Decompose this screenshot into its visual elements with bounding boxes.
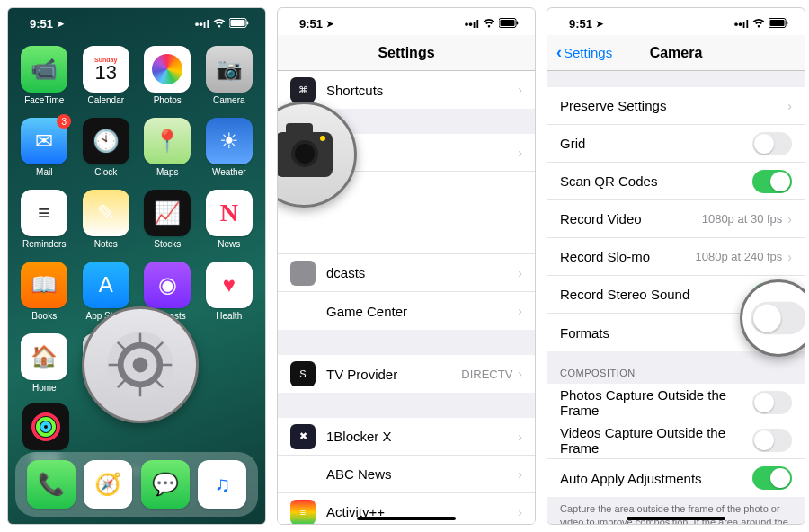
app-label: News [218,239,240,249]
row-label: TV Provider [326,367,461,382]
camera-row[interactable]: Preserve Settings› [547,87,805,125]
app-camera[interactable]: 📷Camera [202,46,257,105]
app-reminders[interactable]: ≡Reminders [17,190,72,249]
camera-row[interactable]: Auto Apply Adjustments [547,459,805,497]
app-label: Weather [212,167,246,177]
row-label: Game Center [326,304,518,319]
toggle-switch[interactable] [752,429,792,452]
news-icon: N [206,190,253,236]
status-bar: 9:51 ➤ ••ıl [278,8,535,35]
badge: 3 [57,114,71,129]
row-icon: abc [290,462,316,487]
app-facetime[interactable]: 📹FaceTime [17,46,72,105]
row-label: 1Blocker X [326,429,518,444]
location-icon: ➤ [57,19,64,29]
settings-row[interactable]: ◐Game Center› [278,292,535,330]
dock-phone[interactable]: 📞 [27,460,76,509]
app-books[interactable]: 📖Books [17,262,72,321]
wifi-icon [483,17,495,31]
row-icon: S [290,361,316,386]
signal-icon: ••ıl [195,17,209,31]
camera-row[interactable]: Photos Capture Outside the Frame [547,384,805,421]
status-time: 9:51 [30,17,53,31]
dock-music[interactable]: ♫ [198,460,246,509]
toggle-switch[interactable] [752,132,792,155]
row-icon: ◐ [290,298,316,324]
wifi-icon [752,17,765,31]
row-detail: 1080p at 240 fps [695,250,782,263]
row-detail: 1080p at 30 fps [702,212,783,226]
app-label: Stocks [154,239,181,249]
settings-row[interactable]: dcasts› [278,254,535,292]
home-indicator[interactable] [357,517,456,520]
signal-icon: ••ıl [734,17,749,31]
app-notes[interactable]: ✎Notes [79,190,134,249]
app-label: Photos [154,95,182,105]
app-clock[interactable]: 🕙Clock [79,118,134,177]
svg-point-17 [133,358,148,373]
camera-row[interactable]: Record Video1080p at 30 fps› [547,200,805,238]
reminders-icon: ≡ [21,190,67,236]
row-label: Photos Capture Outside the Frame [560,387,752,418]
toggle-switch[interactable] [752,391,792,414]
settings-row[interactable]: STV ProviderDIRECTV› [278,355,535,393]
camera-row[interactable]: Scan QR Codes [547,163,805,200]
home-icon: 🏠 [21,333,67,380]
row-label: Record Video [560,211,702,226]
app-maps[interactable]: 📍Maps [140,118,195,177]
chevron-right-icon: › [787,99,792,113]
svg-rect-23 [787,21,788,24]
dock-messages[interactable]: 💬 [141,460,190,509]
home-indicator[interactable] [627,517,725,520]
back-label: Settings [564,45,612,60]
settings-row[interactable]: ✖1Blocker X› [278,418,535,456]
camera-row[interactable]: Record Slo-mo1080p at 240 fps› [547,238,805,276]
mail-icon: ✉︎3 [21,118,67,164]
svg-rect-19 [501,20,515,26]
app-news[interactable]: NNews [202,190,257,249]
svg-rect-2 [247,21,249,24]
row-icon [290,261,316,286]
svg-point-5 [42,423,49,430]
health-icon: ♥ [206,262,253,308]
status-time: 9:51 [299,17,323,31]
app-label: Maps [156,167,178,177]
toggle-switch[interactable] [752,466,792,490]
app-label: Reminders [22,239,66,249]
app-home[interactable]: 🏠Home [17,333,72,393]
callout-settings-icon [82,306,199,423]
camera-icon [277,132,333,177]
status-time: 9:51 [569,17,592,31]
app-label: Notes [94,239,118,249]
wifi-icon [213,17,226,31]
camera-row[interactable]: Grid [547,125,805,163]
chevron-right-icon: › [787,212,792,226]
app-weather[interactable]: ☀︎Weather [202,118,257,177]
row-label: Shortcuts [326,83,518,98]
phone-home-screen: 9:51 ➤ ••ıl 📹FaceTimeSunday13CalendarPho… [7,7,266,525]
toggle-switch[interactable] [751,302,805,334]
back-button[interactable]: ‹ Settings [556,43,612,62]
toggle-switch[interactable] [752,170,792,193]
app-health[interactable]: ♥Health [202,262,257,321]
clock-icon: 🕙 [83,118,129,164]
app-label: FaceTime [24,95,64,105]
appstore-icon: A [83,262,129,308]
camera-row[interactable]: Videos Capture Outside the Frame [547,421,805,459]
dock-safari[interactable]: 🧭 [84,460,132,509]
chevron-right-icon: › [787,250,792,264]
app-stocks[interactable]: 📈Stocks [140,190,195,249]
chevron-right-icon: › [518,266,522,280]
phone-camera-settings: 9:51 ➤ ••ıl ‹ Settings Camera Preserve S… [547,7,805,525]
app-calendar[interactable]: Sunday13Calendar [79,46,134,105]
app-mail[interactable]: ✉︎3Mail [17,118,72,177]
row-icon: ✖ [290,424,316,449]
settings-row[interactable]: abcABC News› [278,456,535,493]
chevron-right-icon: › [518,467,522,482]
app-photos[interactable]: Photos [140,46,195,105]
nav-title: Settings [378,45,434,61]
row-label: Grid [560,136,752,151]
location-icon: ➤ [326,19,333,29]
row-icon: ≡ [290,500,316,525]
row-icon: ⌘ [290,77,316,102]
